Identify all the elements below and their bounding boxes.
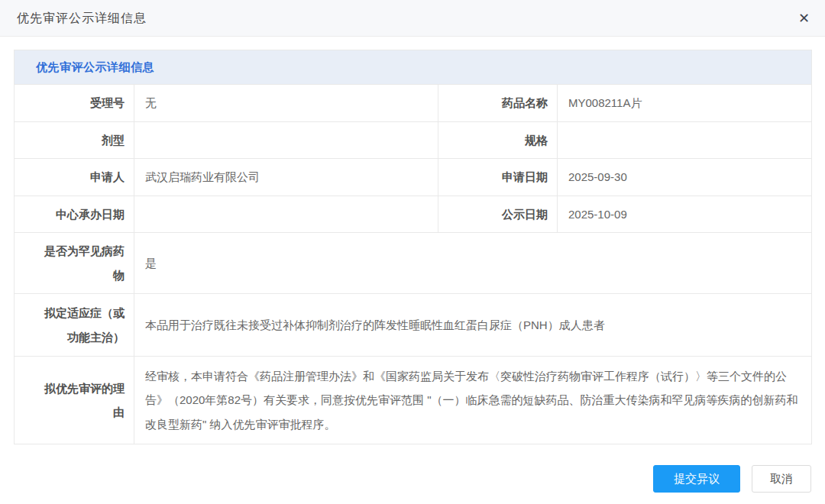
rare-disease-value: 是	[134, 233, 812, 294]
specification-label: 规格	[438, 121, 558, 159]
apply-date-value: 2025-09-30	[558, 159, 812, 196]
table-row: 拟定适应症（或功能主治） 本品用于治疗既往未接受过补体抑制剂治疗的阵发性睡眠性血…	[15, 294, 812, 357]
publicity-date-value: 2025-10-09	[558, 195, 812, 233]
table-row: 申请人 武汉启瑞药业有限公司 申请日期 2025-09-30	[15, 159, 812, 196]
drug-name-label: 药品名称	[438, 85, 558, 122]
center-date-value	[134, 195, 438, 233]
table-row: 受理号 无 药品名称 MY008211A片	[15, 85, 812, 122]
detail-table: 优先审评公示详细信息 受理号 无 药品名称 MY008211A片 剂型 规格 申…	[14, 50, 812, 444]
table-row: 中心承办日期 公示日期 2025-10-09	[15, 195, 812, 233]
reason-label: 拟优先审评的理由	[15, 357, 134, 444]
detail-panel: 优先审评公示详细信息 受理号 无 药品名称 MY008211A片 剂型 规格 申…	[14, 50, 811, 444]
dosage-form-label: 剂型	[15, 121, 134, 159]
drug-name-value: MY008211A片	[558, 85, 812, 122]
applicant-label: 申请人	[15, 159, 134, 196]
table-row: 剂型 规格	[15, 121, 812, 159]
indication-value: 本品用于治疗既往未接受过补体抑制剂治疗的阵发性睡眠性血红蛋白尿症（PNH）成人患…	[134, 294, 812, 357]
reason-value: 经审核，本申请符合《药品注册管理办法》和《国家药监局关于发布〈突破性治疗药物审评…	[134, 357, 812, 444]
apply-date-label: 申请日期	[438, 159, 558, 196]
rare-disease-label: 是否为罕见病药物	[15, 233, 134, 294]
modal-footer: 提交异议 取消	[653, 465, 811, 493]
table-row: 拟优先审评的理由 经审核，本申请符合《药品注册管理办法》和《国家药监局关于发布〈…	[15, 357, 812, 444]
publicity-date-label: 公示日期	[438, 195, 558, 233]
panel-header-title: 优先审评公示详细信息	[15, 50, 812, 85]
acceptance-no-value: 无	[134, 85, 438, 122]
modal-title: 优先审评公示详细信息	[17, 0, 147, 37]
table-row: 是否为罕见病药物 是	[15, 233, 812, 294]
submit-objection-button[interactable]: 提交异议	[653, 465, 740, 493]
modal-titlebar: 优先审评公示详细信息 ✕	[0, 0, 825, 37]
cancel-button[interactable]: 取消	[752, 465, 811, 493]
dosage-form-value	[134, 121, 438, 159]
applicant-value: 武汉启瑞药业有限公司	[134, 159, 438, 196]
acceptance-no-label: 受理号	[15, 85, 134, 122]
indication-label: 拟定适应症（或功能主治）	[15, 294, 134, 357]
specification-value	[558, 121, 812, 159]
close-icon[interactable]: ✕	[798, 0, 810, 37]
center-date-label: 中心承办日期	[15, 195, 134, 233]
